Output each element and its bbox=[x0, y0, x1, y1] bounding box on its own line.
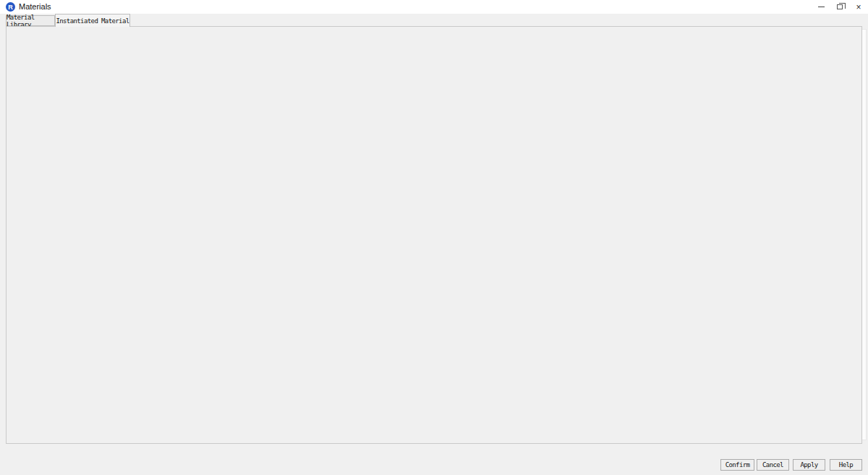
minimize-icon bbox=[818, 7, 825, 7]
help-button[interactable]: Help bbox=[830, 459, 862, 471]
tab-page bbox=[6, 26, 862, 444]
minimize-button[interactable] bbox=[812, 0, 830, 14]
close-button[interactable]: × bbox=[849, 0, 868, 14]
window-title: Materials bbox=[19, 2, 51, 11]
app-icon: R bbox=[6, 2, 15, 12]
close-icon: × bbox=[856, 2, 861, 12]
window-titlebar: R Materials × bbox=[0, 0, 868, 14]
tab-material-library[interactable]: Material Library bbox=[6, 15, 55, 26]
tab-instantiated-material[interactable]: Instantiated Material bbox=[55, 14, 130, 27]
confirm-button[interactable]: Confirm bbox=[720, 459, 754, 471]
apply-button[interactable]: Apply bbox=[793, 459, 825, 471]
restore-icon bbox=[837, 4, 843, 9]
restore-button[interactable] bbox=[830, 0, 849, 14]
materials-window: { "window": { "title": "Materials" }, "t… bbox=[0, 0, 868, 475]
cancel-button[interactable]: Cancel bbox=[757, 459, 789, 471]
